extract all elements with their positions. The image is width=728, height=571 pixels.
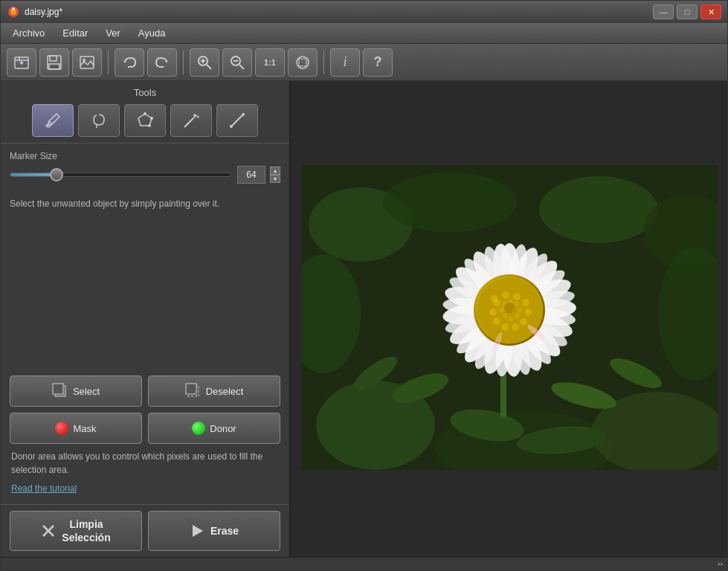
svg-point-92 bbox=[502, 291, 509, 299]
donor-button[interactable]: Donor bbox=[148, 413, 280, 444]
toolbar: 1:1 i ? bbox=[1, 44, 727, 81]
marker-size-label: Marker Size bbox=[10, 151, 280, 161]
magic-wand-tool-button[interactable] bbox=[170, 104, 212, 137]
svg-rect-18 bbox=[299, 59, 306, 66]
zoom-in-button[interactable] bbox=[190, 48, 219, 77]
select-label: Select bbox=[73, 386, 100, 397]
slider-row: ▲ ▼ bbox=[10, 166, 280, 184]
title-bar: daisy.jpg* — □ ✕ bbox=[1, 1, 727, 23]
clear-label: LimpiaSelección bbox=[62, 517, 110, 544]
svg-point-21 bbox=[150, 117, 153, 120]
left-panel: Tools bbox=[1, 81, 291, 557]
zoom-actual-button[interactable]: 1:1 bbox=[255, 48, 285, 77]
svg-line-28 bbox=[231, 114, 243, 126]
marker-tool-button[interactable] bbox=[32, 104, 74, 137]
toolbar-separator-3 bbox=[323, 51, 324, 74]
main-window: daisy.jpg* — □ ✕ Archivo Editar Ver Ayud… bbox=[0, 0, 728, 571]
svg-point-20 bbox=[144, 112, 146, 115]
lasso-tool-button[interactable] bbox=[78, 104, 120, 137]
menu-bar: Archivo Editar Ver Ayuda bbox=[1, 23, 727, 44]
toolbar-separator-2 bbox=[183, 51, 184, 74]
donor-dot bbox=[192, 422, 205, 435]
clear-selection-button[interactable]: LimpiaSelección bbox=[10, 511, 142, 551]
hint-text: Select the unwanted object by simply pai… bbox=[1, 191, 289, 216]
menu-ver[interactable]: Ver bbox=[97, 25, 129, 42]
svg-point-108 bbox=[502, 314, 507, 319]
tools-section: Tools bbox=[1, 81, 289, 143]
tools-header: Tools bbox=[10, 87, 280, 98]
close-button[interactable]: ✕ bbox=[700, 4, 721, 19]
spin-up-button[interactable]: ▲ bbox=[270, 167, 280, 175]
open-button[interactable] bbox=[7, 48, 36, 77]
status-bar: ▪▪ bbox=[1, 557, 727, 570]
slider-arrows: ▲ ▼ bbox=[270, 167, 280, 183]
save-button[interactable] bbox=[39, 48, 69, 77]
select-deselect-row: Select Deselect bbox=[10, 375, 280, 407]
tool-buttons bbox=[10, 104, 280, 137]
svg-point-110 bbox=[504, 303, 515, 313]
zoom-out-button[interactable] bbox=[222, 48, 252, 77]
svg-rect-34 bbox=[186, 384, 196, 394]
svg-point-29 bbox=[230, 125, 233, 128]
donor-label: Donor bbox=[210, 423, 236, 434]
redo-button[interactable] bbox=[147, 48, 177, 77]
mask-button[interactable]: Mask bbox=[10, 413, 142, 444]
minimize-button[interactable]: — bbox=[653, 4, 674, 19]
mask-dot bbox=[55, 422, 68, 435]
select-button[interactable]: Select bbox=[10, 375, 142, 407]
image-button[interactable] bbox=[72, 48, 102, 77]
undo-button[interactable] bbox=[115, 48, 144, 77]
svg-point-94 bbox=[522, 299, 529, 306]
svg-point-99 bbox=[493, 317, 500, 325]
polygon-tool-button[interactable] bbox=[124, 104, 166, 137]
main-area: Tools bbox=[1, 81, 727, 557]
zoom-fit-button[interactable] bbox=[288, 48, 318, 77]
svg-rect-5 bbox=[50, 56, 57, 61]
help-button[interactable]: ? bbox=[363, 48, 393, 77]
tutorial-link[interactable]: Read the tutorial bbox=[10, 483, 78, 498]
slider-fill bbox=[10, 173, 54, 176]
marker-size-input[interactable] bbox=[237, 166, 265, 184]
daisy-image bbox=[301, 165, 718, 470]
svg-point-105 bbox=[517, 308, 522, 313]
slider-value-box bbox=[237, 166, 265, 184]
spin-down-button[interactable]: ▼ bbox=[270, 175, 280, 183]
svg-point-41 bbox=[539, 176, 658, 243]
svg-point-93 bbox=[513, 293, 521, 300]
svg-point-30 bbox=[242, 113, 245, 116]
deselect-label: Deselect bbox=[206, 386, 244, 397]
window-controls: — □ ✕ bbox=[653, 4, 721, 19]
marker-size-section: Marker Size ▲ ▼ bbox=[1, 143, 289, 191]
svg-line-15 bbox=[239, 65, 244, 69]
bottom-buttons: LimpiaSelección Erase bbox=[1, 504, 289, 557]
svg-marker-37 bbox=[193, 525, 203, 537]
maximize-button[interactable]: □ bbox=[677, 4, 698, 19]
svg-point-109 bbox=[499, 308, 504, 313]
clear-icon bbox=[41, 523, 56, 538]
size-slider-track[interactable] bbox=[10, 172, 231, 177]
erase-label: Erase bbox=[210, 525, 239, 537]
menu-editar[interactable]: Editar bbox=[54, 25, 97, 42]
svg-point-22 bbox=[148, 124, 151, 127]
action-buttons-section: Select Deselect Mask bbox=[1, 370, 289, 504]
right-panel bbox=[291, 81, 727, 557]
status-text: ▪▪ bbox=[718, 560, 723, 568]
menu-archivo[interactable]: Archivo bbox=[4, 25, 54, 42]
erase-button[interactable]: Erase bbox=[148, 511, 280, 551]
svg-point-40 bbox=[383, 172, 517, 232]
svg-rect-54 bbox=[500, 373, 506, 418]
slider-thumb[interactable] bbox=[50, 168, 63, 181]
info-button[interactable]: i bbox=[330, 48, 360, 77]
svg-line-11 bbox=[207, 65, 211, 69]
menu-ayuda[interactable]: Ayuda bbox=[129, 25, 175, 42]
svg-point-95 bbox=[524, 309, 532, 316]
svg-point-107 bbox=[508, 317, 513, 322]
svg-point-98 bbox=[501, 323, 509, 331]
window-title: daisy.jpg* bbox=[25, 7, 653, 17]
svg-point-101 bbox=[493, 299, 500, 306]
play-icon bbox=[190, 523, 204, 538]
line-tool-button[interactable] bbox=[216, 104, 258, 137]
deselect-button[interactable]: Deselect bbox=[148, 375, 280, 407]
mask-label: Mask bbox=[73, 423, 96, 434]
image-container bbox=[301, 165, 718, 473]
